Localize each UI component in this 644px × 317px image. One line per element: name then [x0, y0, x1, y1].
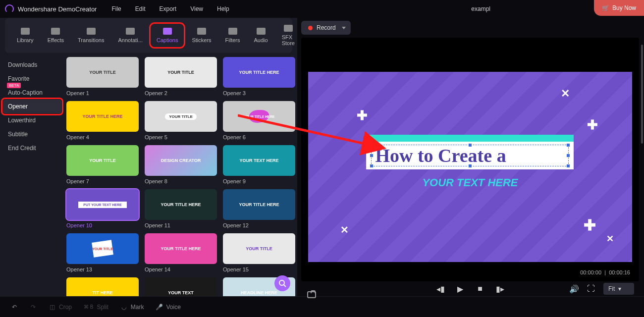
buy-now-button[interactable]: 🛒 Buy Now	[594, 0, 644, 16]
right-panel: Record ✕ ✚ ✚ ✕ ✚ ✕ How to Create a	[297, 18, 644, 296]
annotations-icon	[126, 28, 135, 35]
playback-controls: 00:00:00 | 00:00:16 ◂▮ ▶ ■ ▮▸ 🔊 ⛶ Fit ▾	[301, 281, 639, 296]
project-name: exampl	[471, 5, 490, 12]
buy-now-label: Buy Now	[612, 4, 636, 11]
tool-tabs: LibraryEffectsTransitionsAnnotati...Capt…	[5, 18, 292, 53]
opener-thumb-15[interactable]: YOUR TITLEOpener 15	[223, 233, 295, 272]
menu-edit[interactable]: Edit	[135, 5, 146, 12]
opener-thumb-17[interactable]: YOUR TEXT	[145, 277, 217, 296]
captions-icon	[163, 28, 172, 35]
sparkle-icon: ✕	[561, 87, 570, 100]
menu-help[interactable]: Help	[217, 5, 229, 12]
sfx-icon	[284, 25, 293, 32]
subtitle-text[interactable]: YOUR TEXT HERE	[308, 176, 633, 189]
stop-button[interactable]: ■	[476, 284, 484, 293]
search-icon	[278, 279, 286, 287]
next-frame-button[interactable]: ▮▸	[495, 284, 504, 293]
undo-button[interactable]: ↶	[11, 304, 18, 311]
opener-thumb-11[interactable]: YOUR TITLE HEREOpener 11	[145, 189, 217, 228]
audio-icon	[257, 28, 266, 35]
tab-transitions[interactable]: Transitions	[73, 25, 109, 46]
plus-icon: ✚	[584, 216, 596, 234]
tab-effects[interactable]: Effects	[43, 25, 69, 46]
text-selection-box[interactable]	[371, 145, 569, 166]
opener-thumb-12[interactable]: YOUR TITLE HEREOpener 12	[223, 189, 295, 228]
split-button[interactable]: ⌘ BSplit	[84, 304, 108, 311]
opener-thumb-8[interactable]: DESIGN CREATOROpener 8	[145, 145, 217, 184]
opener-thumb-9[interactable]: YOUR TEXT HEREOpener 9	[223, 145, 295, 184]
menu-bar: FileEditExportViewHelp	[111, 5, 229, 12]
sidebar-item-auto-caption[interactable]: BETAAuto-Caption	[3, 86, 61, 100]
voice-button[interactable]: 🎤Voice	[156, 304, 180, 311]
svg-point-0	[279, 280, 284, 285]
stickers-icon	[197, 28, 206, 35]
sidebar-item-subtitle[interactable]: Subtitle	[3, 127, 61, 141]
plus-icon: ✚	[357, 108, 368, 123]
title-bar: Wondershare DemoCreator FileEditExportVi…	[0, 0, 644, 18]
crop-button[interactable]: ◫Crop	[49, 304, 72, 311]
tab-library[interactable]: Library	[12, 25, 39, 46]
mic-icon: 🎤	[156, 304, 162, 311]
title-text-box[interactable]: How to Create a	[366, 135, 574, 169]
snapshot-button[interactable]	[307, 291, 316, 298]
left-panel: LibraryEffectsTransitionsAnnotati...Capt…	[0, 18, 297, 296]
tab-audio[interactable]: Audio	[249, 25, 273, 46]
caption-sidebar: DownloadsFavoriteBETAAuto-CaptionOpenerL…	[0, 53, 64, 296]
filters-icon	[228, 28, 237, 35]
sparkle-icon: ✕	[340, 224, 349, 236]
app-name: Wondershare DemoCreator	[18, 5, 97, 13]
opener-thumb-16[interactable]: TIT HERE	[66, 277, 139, 296]
cart-icon: 🛒	[602, 4, 609, 11]
redo-button[interactable]: ↷	[30, 304, 37, 311]
opener-thumb-4[interactable]: YOUR TITLE HEREOpener 4	[66, 101, 139, 140]
search-button[interactable]	[274, 275, 290, 291]
prev-frame-button[interactable]: ◂▮	[436, 284, 445, 293]
record-dot-icon	[308, 26, 313, 30]
opener-grid: YOUR TITLEOpener 1YOUR TITLEOpener 2YOUR…	[64, 53, 297, 296]
transitions-icon	[87, 28, 96, 35]
opener-thumb-7[interactable]: YOUR TITLEOpener 7	[66, 145, 139, 184]
opener-thumb-1[interactable]: YOUR TITLEOpener 1	[66, 57, 139, 96]
crop-icon: ◫	[49, 304, 55, 311]
tab-captions[interactable]: Captions	[152, 25, 183, 46]
opener-thumb-2[interactable]: YOUR TITLEOpener 2	[145, 57, 217, 96]
undo-icon: ↶	[11, 304, 18, 311]
time-current: 00:00:00	[580, 269, 601, 275]
opener-thumb-3[interactable]: YOUR TITLE HEREOpener 3	[223, 57, 295, 96]
menu-export[interactable]: Export	[159, 5, 176, 12]
opener-thumb-5[interactable]: YOUR TITLEOpener 5	[145, 101, 217, 140]
play-button[interactable]: ▶	[456, 284, 465, 293]
plus-icon: ✚	[587, 117, 598, 133]
record-label: Record	[317, 24, 336, 31]
svg-line-1	[284, 285, 286, 287]
menu-file[interactable]: File	[111, 5, 121, 12]
mark-icon: ◡	[120, 304, 127, 311]
volume-icon[interactable]: 🔊	[570, 284, 579, 293]
mark-button[interactable]: ◡Mark	[120, 304, 144, 311]
redo-icon: ↷	[30, 304, 37, 311]
tab-sfx[interactable]: SFX Store	[277, 22, 300, 49]
tab-annotations[interactable]: Annotati...	[113, 25, 148, 46]
sidebar-item-opener[interactable]: Opener	[3, 100, 61, 113]
sidebar-item-lowerthird[interactable]: Lowerthird	[3, 113, 61, 127]
app-logo-icon	[5, 4, 14, 13]
sparkle-icon: ✕	[606, 233, 614, 244]
library-icon	[21, 28, 30, 35]
opener-thumb-13[interactable]: YOUR TITLEOpener 13	[66, 233, 139, 272]
tab-filters[interactable]: Filters	[220, 25, 245, 46]
sidebar-item-downloads[interactable]: Downloads	[3, 58, 61, 72]
opener-thumb-10[interactable]: PUT YOUR TEXT HEREOpener 10	[66, 189, 139, 228]
tab-stickers[interactable]: Stickers	[187, 25, 216, 46]
record-button[interactable]: Record	[301, 21, 351, 35]
fullscreen-icon[interactable]: ⛶	[587, 284, 595, 293]
menu-view[interactable]: View	[190, 5, 203, 12]
time-total: 00:00:16	[609, 269, 630, 275]
opener-thumb-6[interactable]: YOUR TITLE HEREOpener 6	[223, 101, 295, 140]
zoom-fit-select[interactable]: Fit ▾	[603, 283, 634, 295]
effects-icon	[51, 28, 60, 35]
timeline-toolbar: ↶ ↷ ◫Crop ⌘ BSplit ◡Mark 🎤Voice	[0, 296, 644, 317]
opener-thumb-14[interactable]: YOUR TITLE HEREOpener 14	[145, 233, 217, 272]
preview-canvas[interactable]: ✕ ✚ ✚ ✕ ✚ ✕ How to Create a YOUR TEXT H	[301, 38, 639, 281]
sidebar-item-end-credit[interactable]: End Credit	[3, 141, 61, 155]
